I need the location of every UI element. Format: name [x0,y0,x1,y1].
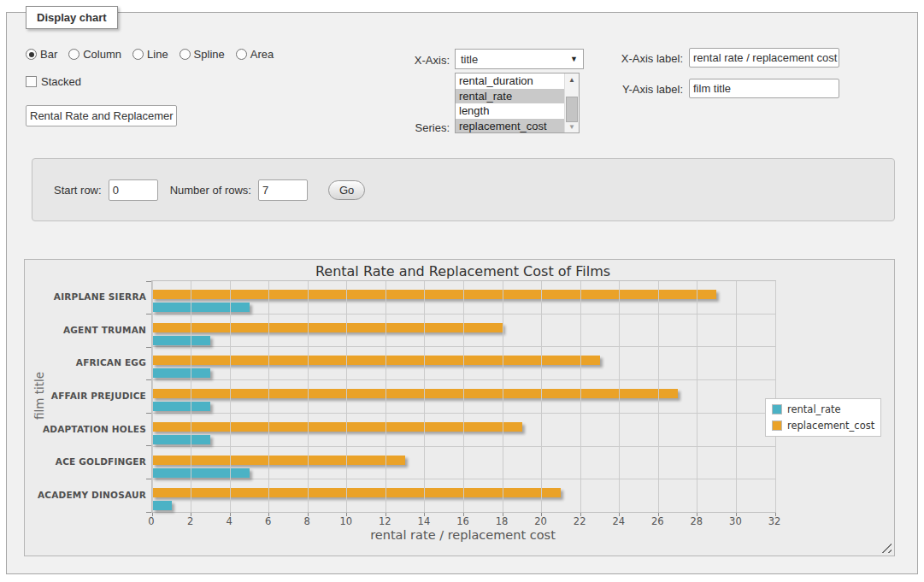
series-listbox[interactable]: rental_durationrental_ratelengthreplacem… [455,73,580,133]
bar-replacement_cost [152,389,678,398]
y-axis-label-input[interactable]: film title [689,79,839,98]
x-axis-selected-value: title [461,53,478,66]
x-axis-caption: X-Axis: [368,54,450,67]
bar-rental_rate [152,501,172,510]
series-option-length[interactable]: length [456,103,565,119]
radio-icon[interactable] [132,49,144,60]
gridline [619,281,620,512]
x-tick-label: 16 [456,515,469,527]
chart-type-line[interactable]: Line [132,48,168,61]
category-labels: AIRPLANE SIERRAAGENT TRUMANAFRICAN EGGAF… [30,280,146,511]
scroll-up-icon[interactable]: ▲ [565,73,579,85]
gridline [191,281,191,512]
gridline [308,281,309,512]
gridline [463,281,464,512]
y-axis-label-caption: Y-Axis label: [598,83,683,96]
x-tick-label: 4 [226,515,232,527]
num-rows-label: Number of rows: [170,184,251,197]
bar-replacement_cost [152,323,503,332]
chart-type-area[interactable]: Area [236,48,274,61]
series-listbox-options: rental_durationrental_ratelengthreplacem… [456,73,565,132]
bar-rental_rate [152,368,210,378]
x-tick-label: 0 [148,515,154,527]
y-tick-mark [146,379,151,380]
gridline [268,281,269,512]
stacked-checkbox[interactable] [26,76,37,87]
radio-label: Area [250,48,274,61]
x-tick-label: 6 [265,515,271,527]
bar-rental_rate [152,303,250,312]
gridline [697,281,697,512]
chart-type-spline[interactable]: Spline [180,48,225,61]
category-label: AGENT TRUMAN [30,314,146,347]
series-option-rental_rate[interactable]: rental_rate [456,89,565,104]
category-label: AFFAIR PREJUDICE [30,379,146,413]
x-axis-label-caption: X-Axis label: [598,52,683,65]
category-label: ACE GOLDFINGER [30,445,146,479]
stacked-option[interactable]: Stacked [26,75,81,88]
bar-replacement_cost [152,422,522,432]
category-label: ADAPTATION HOLES [30,412,146,445]
y-tick-mark [146,445,151,446]
x-axis-label-input[interactable]: rental rate / replacement cost [689,48,839,68]
x-tick-row: 02468101214161820222426283032 [151,515,774,527]
x-tick-label: 22 [574,515,586,527]
legend-swatch [772,420,782,431]
num-rows-input[interactable]: 7 [258,179,308,201]
radio-label: Spline [194,48,225,61]
start-row-input[interactable]: 0 [109,179,158,201]
fieldset-legend: Display chart [26,6,118,29]
legend-label: rental_rate [787,403,841,415]
radio-icon[interactable] [26,49,37,60]
gridline [152,281,153,512]
bar-replacement_cost [152,488,561,497]
page: Display chart BarColumnLineSplineArea St… [0,0,924,582]
chart-title-input[interactable]: Rental Rate and Replacemer [26,105,177,126]
series-scrollbar[interactable]: ▲ ▼ [564,73,579,132]
series-option-rental_duration[interactable]: rental_duration [456,73,565,89]
gridline [775,281,776,512]
legend-item-rental_rate: rental_rate [772,403,874,415]
x-tick-label: 2 [187,515,193,527]
start-row-label: Start row: [54,184,102,197]
chevron-down-icon: ▼ [570,55,578,63]
gridline [385,281,386,512]
y-tick-mark [146,413,151,414]
radio-label: Line [147,48,168,61]
legend-label: replacement_cost [787,420,874,432]
legend-swatch [772,404,782,414]
x-tick-label: 24 [612,515,625,527]
radio-icon[interactable] [180,49,191,60]
bar-rental_rate [152,435,210,444]
chart-type-options: BarColumnLineSplineArea [26,48,274,61]
category-label: AFRICAN EGG [30,346,146,379]
radio-icon[interactable] [236,49,247,60]
go-button[interactable]: Go [328,180,365,200]
y-tick-mark [146,512,151,513]
gridline [580,281,581,512]
scrollbar-thumb[interactable] [566,97,578,122]
x-tick-label: 10 [339,515,352,527]
plot-area [151,280,776,513]
chart-legend: rental_ratereplacement_cost [765,398,881,437]
x-axis-select[interactable]: title ▼ [455,49,584,69]
series-caption: Series: [368,121,450,134]
category-label: ACADEMY DINOSAUR [30,478,146,511]
scroll-down-icon[interactable]: ▼ [565,121,579,132]
gridline [503,281,503,512]
y-tick-mark [146,281,151,282]
x-tick-label: 12 [379,515,391,527]
chart-type-column[interactable]: Column [68,48,121,61]
gridline [230,281,231,512]
resize-handle-icon[interactable] [881,543,892,553]
bar-rental_rate [152,336,210,345]
chart-type-bar[interactable]: Bar [26,48,57,61]
row-range-inner: Start row: 0 Number of rows: 7 Go [32,159,894,220]
stacked-label: Stacked [41,75,81,88]
radio-icon[interactable] [68,49,79,60]
gridline [541,281,542,512]
x-tick-label: 32 [768,515,781,527]
bar-rental_rate [152,402,210,411]
series-option-replacement_cost[interactable]: replacement_cost [456,119,565,134]
gridline [424,281,425,512]
